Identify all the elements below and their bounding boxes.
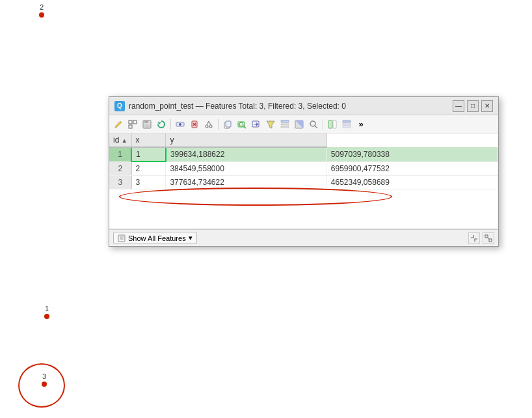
svg-line-42 (488, 238, 489, 239)
svg-point-13 (206, 125, 208, 128)
cell-y[interactable]: 5097039,780338 (326, 147, 498, 161)
maximize-button[interactable]: □ (467, 100, 479, 112)
svg-rect-0 (129, 120, 132, 124)
row-num: 3 (109, 176, 131, 189)
separator-3 (323, 119, 323, 130)
svg-rect-37 (118, 235, 125, 242)
table-view-button[interactable] (340, 118, 353, 131)
header-y[interactable]: y (166, 133, 326, 147)
map-point-1: 1 (44, 305, 49, 319)
svg-rect-41 (489, 239, 492, 242)
svg-rect-40 (485, 235, 488, 238)
svg-marker-25 (267, 121, 274, 128)
status-bar: Show All Features ▾ (109, 229, 498, 246)
sort-arrow-id: ▲ (122, 137, 127, 144)
separator-2 (218, 119, 219, 130)
minimize-button[interactable]: — (453, 100, 464, 112)
table-header: id ▲ x y (109, 133, 498, 147)
svg-point-14 (209, 125, 212, 128)
move-to-top-button[interactable] (278, 118, 291, 131)
invert-selection-button[interactable] (293, 118, 306, 131)
map-point-2: 2 (39, 3, 44, 18)
copy-selected-button[interactable] (221, 118, 234, 131)
cell-y[interactable]: 4652349,058689 (326, 176, 498, 189)
save-edits-button[interactable] (140, 118, 153, 131)
row-num: 1 (109, 147, 131, 161)
title-bar-left: Q random_point_test — Features Total: 3,… (114, 101, 346, 111)
svg-line-16 (209, 121, 211, 125)
qgis-icon: Q (114, 101, 125, 111)
filter-button[interactable] (264, 118, 277, 131)
delete-selected-button[interactable] (188, 118, 201, 131)
point-dot-1 (44, 314, 49, 319)
form-view-button[interactable] (326, 118, 339, 131)
svg-line-31 (315, 126, 317, 128)
status-icon-1[interactable] (468, 232, 480, 244)
svg-rect-26 (281, 120, 289, 122)
show-features-icon (118, 234, 126, 242)
map-canvas: 2 1 3 Q random_point_test — Features Tot… (0, 0, 532, 418)
cell-x[interactable]: 399634,188622 (166, 147, 326, 161)
table-row[interactable]: 2 2 384549,558000 6959900,477532 (109, 161, 498, 176)
table-row[interactable]: 3 3 377634,734622 4652349,058689 (109, 176, 498, 189)
attribute-table-window: Q random_point_test — Features Total: 3,… (109, 96, 499, 247)
point-dot-2 (39, 12, 44, 18)
point-label-1: 1 (45, 305, 49, 313)
svg-marker-6 (157, 122, 161, 124)
toggle-edit-button[interactable] (112, 118, 125, 131)
table-row[interactable]: 1 1 399634,188622 5097039,780338 (109, 147, 498, 161)
show-features-label: Show All Features (128, 234, 186, 242)
svg-rect-27 (281, 124, 289, 125)
svg-rect-32 (328, 120, 332, 128)
window-controls: — □ ✕ (453, 100, 493, 112)
reload-button[interactable] (155, 118, 168, 131)
separator-1 (170, 119, 171, 130)
cell-id[interactable]: 1 (131, 147, 166, 161)
header-id[interactable]: id ▲ (109, 133, 131, 147)
svg-rect-2 (129, 125, 132, 128)
svg-rect-33 (333, 120, 336, 128)
window-title: random_point_test — Features Total: 3, F… (129, 102, 346, 111)
circle-annotation-3 (18, 363, 65, 408)
table-body: 1 1 399634,188622 5097039,780338 2 2 384… (109, 147, 498, 189)
svg-rect-18 (226, 121, 231, 127)
empty-table-area (109, 189, 498, 229)
row-num: 2 (109, 161, 131, 176)
cell-x[interactable]: 377634,734622 (166, 176, 326, 189)
svg-rect-34 (343, 120, 351, 122)
svg-rect-1 (133, 120, 137, 124)
add-feature-button[interactable] (174, 118, 187, 131)
cut-features-button[interactable] (202, 118, 215, 131)
cell-id[interactable]: 3 (131, 176, 166, 189)
status-icons (468, 232, 494, 244)
cell-y[interactable]: 6959900,477532 (326, 161, 498, 176)
pan-to-selection-button[interactable] (250, 118, 263, 131)
cell-id[interactable]: 2 (131, 161, 166, 176)
show-features-button[interactable]: Show All Features ▾ (113, 232, 197, 244)
feature-table: id ▲ x y 1 1 399634,188622 5097039,78033… (109, 133, 498, 229)
svg-rect-36 (343, 126, 351, 128)
zoom-to-selection-button[interactable] (235, 118, 248, 131)
expand-icon (485, 234, 492, 242)
header-x[interactable]: x (131, 133, 166, 147)
svg-rect-5 (144, 124, 150, 128)
point-label-2: 2 (40, 3, 44, 11)
compress-icon (470, 234, 478, 242)
data-table: id ▲ x y 1 1 399634,188622 5097039,78033… (109, 133, 498, 189)
status-icon-2[interactable] (483, 232, 494, 244)
more-button[interactable]: » (354, 118, 367, 131)
svg-rect-4 (144, 120, 148, 123)
cell-x[interactable]: 384549,558000 (166, 161, 326, 176)
search-button[interactable] (307, 118, 320, 131)
svg-line-15 (207, 121, 209, 125)
toolbar: » (109, 115, 498, 133)
svg-point-30 (310, 121, 315, 126)
title-bar: Q random_point_test — Features Total: 3,… (109, 97, 498, 115)
svg-rect-28 (281, 126, 289, 128)
close-button[interactable]: ✕ (481, 100, 493, 112)
header-row: id ▲ x y (109, 133, 498, 147)
svg-rect-35 (343, 123, 351, 125)
dropdown-arrow-icon: ▾ (189, 234, 193, 242)
multi-edit-button[interactable] (126, 118, 139, 131)
